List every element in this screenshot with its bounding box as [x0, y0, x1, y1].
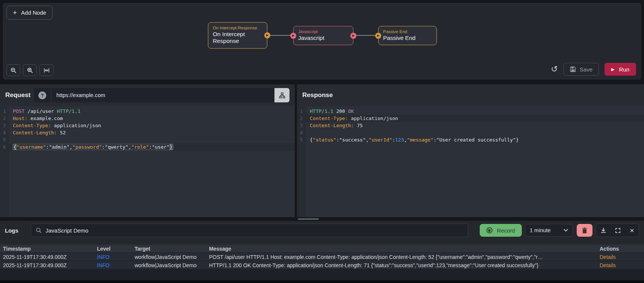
code-token: : [46, 144, 49, 150]
editor-line: 6{"username":"admin","password":"qwerty"… [0, 143, 295, 151]
input-port-icon[interactable]: ▶ [375, 33, 381, 39]
code-token: "role" [131, 144, 149, 150]
logs-title: Logs [5, 227, 31, 234]
node-type-label: Passive End [383, 29, 432, 34]
node-javascript[interactable]: JavascriptJavascript▶▶ [293, 26, 353, 45]
canvas-zoom-controls [6, 64, 53, 76]
request-editor[interactable]: 1POST /api/user HTTP/1.12Host: example.c… [0, 106, 295, 217]
canvas-action-bar: ↺ Save ▶ Run [551, 63, 636, 76]
code-token: Host: [13, 116, 27, 121]
plus-icon: + [13, 9, 17, 16]
add-node-button[interactable]: + Add Node [6, 6, 53, 20]
horizontal-splitter [0, 217, 644, 221]
clear-logs-button[interactable] [577, 224, 592, 237]
node-title: On Intercept Response [213, 31, 262, 45]
sitemap-icon [279, 92, 285, 99]
download-logs-button[interactable] [600, 227, 606, 233]
fullscreen-logs-button[interactable] [615, 228, 621, 233]
save-button[interactable]: Save [564, 63, 599, 76]
logs-panel: Logs JavaScript Demo Record 1 minute [0, 221, 644, 283]
close-logs-button[interactable]: ✕ [630, 228, 635, 233]
log-message: HTTP/1.1 200 OK Content-Type: applicatio… [209, 262, 600, 268]
code-token: Content-Type: [13, 123, 51, 128]
window-bottom-edge [0, 280, 644, 283]
editor-line: 3Content-Length: 75 [297, 122, 644, 129]
response-title: Response [302, 91, 333, 99]
log-row: 2025-11-19T17:30:49.000ZINFOworkflow|Jav… [0, 261, 644, 269]
floppy-save-icon [570, 66, 576, 72]
code-token: { [310, 137, 313, 143]
editor-line: 2Content-Type: application/json [297, 115, 644, 122]
log-level: INFO [97, 254, 135, 260]
editor-line-content: {"status":"success","userId":123,"messag… [307, 137, 519, 143]
line-number: 4 [297, 130, 307, 135]
record-label: Record [497, 227, 515, 234]
editor-line: 3Content-Type: application/json [0, 122, 295, 129]
details-link[interactable]: Details [600, 262, 644, 268]
fit-view-button[interactable] [39, 64, 53, 76]
logs-header: Logs JavaScript Demo Record 1 minute [0, 221, 644, 240]
node-on-intercept-response[interactable]: On Intercept ResponseOn Intercept Respon… [208, 22, 267, 49]
code-token: "qwerty" [105, 144, 129, 150]
code-token: , [404, 137, 407, 143]
code-token: : [149, 144, 152, 150]
details-link[interactable]: Details [600, 254, 644, 260]
code-token: 52 [57, 130, 65, 135]
editor-line: 4Content-Length: 52 [0, 129, 295, 136]
chevron-down-icon [564, 229, 568, 232]
search-icon [36, 227, 42, 233]
code-token: : [102, 144, 105, 150]
fullscreen-icon [615, 228, 621, 233]
output-port-icon[interactable]: ▶ [350, 33, 356, 39]
splitter-drag-handle[interactable] [298, 218, 319, 220]
zoom-out-icon [11, 67, 17, 73]
url-help-button[interactable]: ? [34, 88, 51, 102]
response-editor[interactable]: 1HTTP/1.1 200 OK2Content-Type: applicati… [297, 106, 644, 217]
code-token: HTTP/1.1 [57, 108, 80, 114]
editor-line-content: {"username":"admin","password":"qwerty",… [10, 144, 173, 150]
editor-line-content: Content-Length: 75 [307, 123, 363, 128]
logs-table-header: TimestampLevelTargetMessageActions [0, 245, 644, 253]
save-label: Save [580, 66, 592, 73]
editor-line-content: HTTP/1.1 200 OK [307, 108, 354, 114]
input-port-icon[interactable]: ▶ [290, 33, 296, 39]
code-token: 200 [333, 108, 348, 114]
response-panel: Response 1HTTP/1.1 200 OK2Content-Type: … [297, 84, 644, 217]
code-token: "user" [152, 144, 170, 150]
line-number: 5 [0, 137, 10, 143]
code-token: application/json [348, 116, 398, 121]
run-button[interactable]: ▶ Run [605, 63, 636, 76]
code-token: , [70, 144, 73, 150]
logs-search-input[interactable]: JavaScript Demo [31, 224, 468, 237]
interval-select[interactable]: 1 minute [525, 224, 573, 237]
logs-empty-area [0, 269, 644, 280]
zoom-in-button[interactable] [23, 64, 37, 76]
log-target: workflow|JavaScript Demo [135, 254, 209, 260]
code-token: Content-Length: [13, 130, 57, 135]
close-icon: ✕ [630, 228, 635, 233]
zoom-out-button[interactable] [6, 64, 20, 76]
zoom-in-icon [27, 67, 33, 73]
line-number: 3 [0, 123, 10, 128]
url-input[interactable]: https://example.com [51, 88, 274, 102]
code-token: : [392, 137, 395, 143]
workflow-canvas[interactable]: + Add Node On Intercept ResponseOn Inter… [3, 3, 641, 79]
code-token: , [128, 144, 131, 150]
node-title: Passive End [383, 35, 432, 41]
output-port-icon[interactable]: ▶ [264, 32, 270, 38]
edge-javascript-to-passive-end [353, 35, 378, 36]
node-passive-end[interactable]: Passive EndPassive End▶ [378, 26, 437, 45]
logs-search-value: JavaScript Demo [45, 227, 88, 234]
interval-value: 1 minute [530, 227, 551, 233]
code-token: "username" [17, 144, 46, 150]
record-button[interactable]: Record [480, 224, 522, 237]
code-token: /api/user [24, 108, 57, 114]
request-panel: Request ? https://example.com 1POST /api… [0, 84, 295, 217]
line-number: 3 [297, 123, 307, 128]
send-to-workflow-button[interactable] [274, 88, 289, 102]
code-token: "User created successfully" [436, 137, 516, 143]
undo-icon[interactable]: ↺ [551, 65, 558, 73]
edge-intercept-to-javascript [267, 35, 293, 36]
response-header: Response [297, 84, 644, 106]
code-token: example.com [27, 116, 63, 121]
